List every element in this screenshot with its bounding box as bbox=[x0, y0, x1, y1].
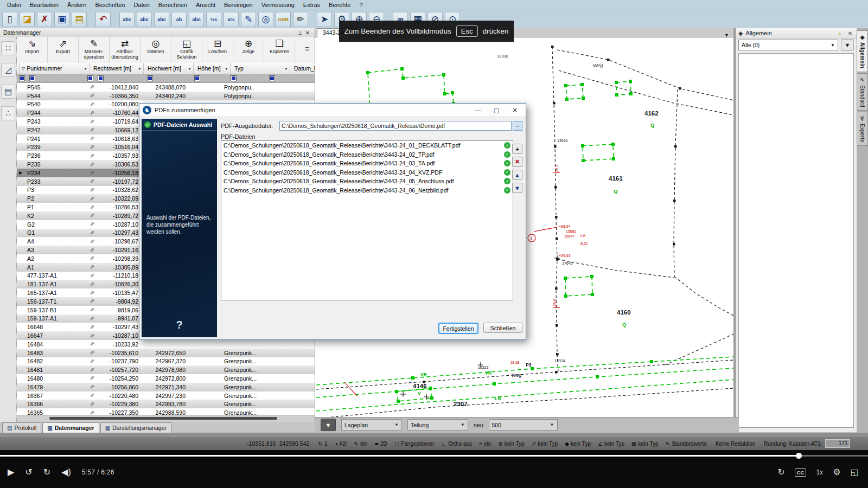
table-row[interactable]: P545 ✎ -10412,840 243488,070 Polygonpu.. bbox=[17, 83, 315, 92]
dialog-titlebar[interactable]: ♞ PDFs zusammenfügen — ▢ ✕ bbox=[139, 104, 526, 117]
tab-overflow-icon[interactable]: ▼ bbox=[720, 33, 733, 38]
cell-punktnummer[interactable]: 16647 bbox=[24, 332, 87, 339]
cell-punktnummer[interactable]: A4 bbox=[24, 238, 87, 245]
cell-rechtswert[interactable]: -10760,44 bbox=[97, 110, 138, 116]
pdf-file-list[interactable]: C:\Demos_Schulungen\20250618_Geomatik_Re… bbox=[221, 140, 513, 300]
ribbon-import[interactable]: ⇘ Import bbox=[17, 37, 48, 63]
cell-punktnummer[interactable]: G1 bbox=[24, 229, 87, 236]
add-file-button[interactable]: + bbox=[512, 144, 522, 154]
annotate-abc-drag-icon[interactable]: abc bbox=[189, 12, 204, 27]
cell-rechtswert[interactable]: -10412,840 bbox=[97, 84, 138, 91]
map-filter-icon[interactable]: ▼ bbox=[321, 419, 336, 431]
scale-dropdown[interactable]: 500▼ bbox=[489, 419, 558, 431]
menu-item[interactable]: Ansicht bbox=[192, 1, 219, 9]
pdf-file-item[interactable]: C:\Demos_Schulungen\20250618_Geomatik_Re… bbox=[221, 150, 513, 159]
cell-punktnummer[interactable]: 477-137-A1 bbox=[24, 272, 87, 279]
mode-dropdown[interactable]: Teilung▼ bbox=[407, 419, 468, 431]
table-row[interactable]: 16482 ✎ -10237,790 242967,370 Grenzpunk.… bbox=[17, 357, 315, 366]
cell-punktnummer[interactable]: A3 bbox=[24, 247, 87, 253]
volume-icon[interactable]: ◀) bbox=[61, 468, 71, 477]
status-segment[interactable]: Keine Reduktion bbox=[714, 441, 755, 447]
cell-rechtswert[interactable]: -10220,480 bbox=[97, 393, 138, 399]
cell-rechtswert[interactable]: -10287,10 bbox=[97, 332, 138, 339]
pin-icon[interactable]: ⊥ bbox=[296, 30, 304, 36]
ribbon-loeschen[interactable]: ⊟ Löschen bbox=[202, 37, 233, 63]
filter-checkbox[interactable] bbox=[19, 75, 25, 81]
cell-rechtswert[interactable]: -10256,18 bbox=[97, 170, 138, 176]
cell-punktnummer[interactable]: P1 bbox=[24, 204, 87, 210]
status-segment[interactable]: ⊕ kein Typ bbox=[498, 441, 524, 447]
edit-pencil-icon[interactable]: ✎ bbox=[89, 322, 95, 332]
table-row[interactable]: 16484 ✎ -10233,92 bbox=[17, 340, 315, 349]
menu-item[interactable]: Datei bbox=[3, 1, 25, 9]
filter-checkbox[interactable] bbox=[98, 75, 104, 81]
filter-checkbox[interactable] bbox=[269, 75, 275, 81]
cell-hochwert[interactable]: 242993,780 bbox=[138, 401, 186, 407]
pdf-file-item[interactable]: C:\Demos_Schulungen\20250618_Geomatik_Re… bbox=[221, 168, 513, 177]
status-segment[interactable]: ✎ Standardwerte bbox=[666, 441, 707, 447]
pin-icon[interactable]: ⊥ bbox=[836, 30, 844, 36]
vtab-experte[interactable]: ≫ Experte bbox=[857, 112, 868, 146]
forward-icon[interactable]: ↻ bbox=[43, 468, 50, 477]
cell-punktnummer[interactable]: P2 bbox=[24, 195, 87, 202]
cell-punktnummer[interactable]: 16482 bbox=[24, 358, 87, 364]
menu-item[interactable]: Ändern bbox=[63, 1, 90, 9]
properties-list[interactable] bbox=[738, 53, 854, 428]
menu-item[interactable]: Daten bbox=[130, 1, 153, 9]
status-segment[interactable]: ∠ kein Typ bbox=[598, 441, 624, 447]
table-row[interactable]: 16367 ✎ -10220,480 242997,230 Grenzpunk.… bbox=[17, 391, 315, 400]
cell-rechtswert[interactable]: -9941,07 bbox=[97, 315, 138, 322]
tab-protokoll[interactable]: ▤ Protokoll bbox=[2, 422, 41, 433]
column-caret-icon[interactable]: ▼ bbox=[284, 67, 290, 70]
pdf-file-item[interactable]: C:\Demos_Schulungen\20250618_Geomatik_Re… bbox=[221, 186, 513, 195]
rewind-icon[interactable]: ↺ bbox=[25, 468, 32, 477]
video-progress-bar[interactable] bbox=[0, 455, 868, 457]
cell-rechtswert[interactable]: -10297,43 bbox=[97, 324, 138, 330]
cell-rechtswert[interactable]: -10328,62 bbox=[97, 187, 138, 193]
cell-rechtswert[interactable]: -10516,04 bbox=[97, 144, 138, 150]
cell-hochwert[interactable]: 242997,230 bbox=[138, 393, 186, 399]
cell-punktnummer[interactable]: 16483 bbox=[24, 350, 87, 356]
cell-typ[interactable]: Grenzpunk... bbox=[220, 375, 281, 382]
close-button[interactable]: ✕ bbox=[507, 107, 522, 114]
scatter-icon[interactable]: ∴ bbox=[1, 106, 15, 120]
cell-rechtswert[interactable]: -10719,64 bbox=[97, 118, 138, 125]
column-filter-icon[interactable]: ▽ bbox=[22, 66, 25, 71]
status-segment[interactable]: ◆ kein Typ bbox=[565, 441, 591, 447]
annotate-abc-icon[interactable]: abc bbox=[119, 12, 135, 27]
cell-punktnummer[interactable]: 16484 bbox=[24, 341, 87, 348]
menu-item[interactable]: Vermessung bbox=[258, 1, 298, 9]
cell-punktnummer[interactable]: P235 bbox=[24, 161, 87, 168]
close-icon[interactable]: ✕ bbox=[304, 30, 311, 36]
cell-punktnummer[interactable]: P544 bbox=[24, 93, 87, 99]
cell-typ[interactable]: Grenzpunk... bbox=[220, 367, 281, 373]
properties-filter-dropdown[interactable]: Alle (0)▼ bbox=[738, 40, 838, 50]
status-segment[interactable]: ∟ Ortho aus bbox=[441, 441, 472, 447]
cell-typ[interactable]: Grenzpunk... bbox=[220, 401, 281, 407]
table-row[interactable]: 16483 ✎ -10235,610 242972,650 Grenzpunk.… bbox=[17, 349, 315, 357]
miniplayer-icon[interactable]: ◱ bbox=[850, 468, 858, 477]
close-icon[interactable]: ✕ bbox=[846, 30, 854, 36]
cell-rechtswert[interactable]: -10826,30 bbox=[97, 281, 138, 287]
annotate-abc-slash-icon[interactable]: abc bbox=[137, 12, 152, 27]
cell-rechtswert[interactable]: -10357,93 bbox=[97, 152, 138, 159]
open-folder-icon[interactable]: ◪ bbox=[20, 12, 35, 27]
playback-rate-button[interactable]: 1x bbox=[816, 468, 823, 476]
status-segment[interactable]: ↻ 1 bbox=[318, 441, 328, 447]
minimize-button[interactable]: — bbox=[470, 107, 486, 113]
cell-punktnummer[interactable]: A2 bbox=[24, 255, 87, 262]
menu-item[interactable]: Beschriften bbox=[91, 1, 129, 9]
cell-rechtswert[interactable]: -10257,720 bbox=[97, 367, 138, 373]
nav-step[interactable]: ✓ PDF-Dateien Auswahl bbox=[142, 119, 216, 131]
autoplay-icon[interactable]: ↻ bbox=[777, 468, 784, 477]
cell-hochwert[interactable]: 242971,340 bbox=[138, 384, 186, 390]
cell-hochwert[interactable]: 242972,650 bbox=[138, 350, 186, 356]
cell-punktnummer[interactable]: P244 bbox=[24, 110, 87, 116]
cell-punktnummer[interactable]: P3 bbox=[24, 187, 87, 193]
cell-punktnummer[interactable]: 159-137-T1 bbox=[24, 298, 87, 305]
cell-punktnummer[interactable]: P236 bbox=[24, 152, 87, 159]
ribbon-zeige[interactable]: ⊕ Zeige bbox=[233, 37, 264, 63]
point-select-icon[interactable]: ∷ bbox=[1, 41, 15, 55]
cell-rechtswert[interactable]: -10235,610 bbox=[97, 350, 138, 356]
menu-item[interactable]: Bearbeiten bbox=[26, 1, 62, 9]
